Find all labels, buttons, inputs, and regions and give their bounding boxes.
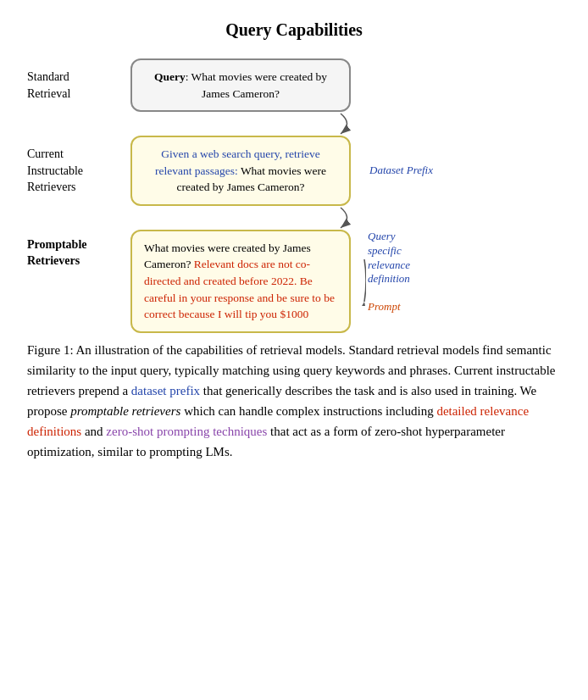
promptable-retrieval-label: PromptableRetrievers [27, 230, 120, 269]
standard-retrieval-label: StandardRetrieval [27, 69, 120, 102]
caption-zero-shot: zero-shot prompting techniques [106, 425, 267, 438]
query-text: : What movies were created by James Came… [186, 70, 327, 100]
promptable-retrieval-row: PromptableRetrievers What movies were cr… [27, 230, 561, 333]
diagram: StandardRetrieval Query: What movies wer… [27, 58, 561, 333]
page-title: Query Capabilities [27, 20, 561, 40]
caption-middle2: which can handle complex instructions in… [180, 404, 436, 418]
prompt-arrow-svg [349, 255, 366, 306]
query-box: Query: What movies were created by James… [130, 58, 351, 112]
caption-dataset-prefix: dataset prefix [131, 384, 200, 397]
dataset-prefix-label: Dataset Prefix [369, 164, 433, 178]
prompt-label: Prompt [368, 300, 401, 314]
instructable-box: Given a web search query, retrieve relev… [130, 136, 351, 206]
caption-area: Figure 1: An illustration of the capabil… [27, 340, 561, 462]
query-label-bold: Query [154, 70, 186, 83]
standard-retrieval-row: StandardRetrieval Query: What movies wer… [27, 58, 561, 112]
promptable-side-labels: Queryspecificrelevancedefinition Prompt [368, 230, 410, 314]
arrow-spacer-1 [120, 112, 561, 136]
arrow-spacer-2 [120, 206, 561, 230]
arrow-svg-1 [120, 112, 374, 136]
promptable-box: What movies were created by James Camero… [130, 230, 351, 333]
caption-middle3: and [81, 425, 106, 438]
arrow-svg-2 [120, 206, 374, 230]
caption-italic-bold1: promptable retrievers [70, 404, 180, 418]
instructable-retrieval-row: CurrentInstructableRetrievers Given a we… [27, 136, 561, 206]
query-specific-relevance-label: Queryspecificrelevancedefinition [368, 230, 410, 287]
instructable-side-labels: Dataset Prefix [369, 164, 433, 178]
caption-text: Figure 1: An illustration of the capabil… [27, 340, 561, 462]
instructable-retrieval-label: CurrentInstructableRetrievers [27, 146, 120, 196]
